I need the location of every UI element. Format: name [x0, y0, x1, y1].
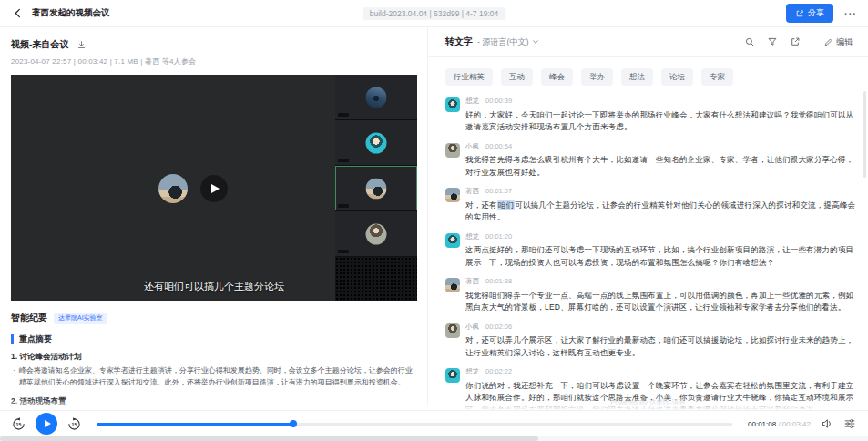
video-panel: 视频-来自会议 2023-04-07 22:57 | 00:03:42 | 7.… — [0, 27, 428, 410]
summary-item: 1. 讨论峰会活动计划 ·峰会将邀请知名企业家、专家学者进行主题演讲，分享行业心… — [11, 352, 416, 388]
scrollbar-thumb[interactable] — [863, 91, 866, 178]
download-icon — [77, 40, 87, 50]
participant-name-tag — [338, 159, 349, 162]
app-window: 著西发起的视频会议 build-2023.04.04 | 632d99 | 4-… — [0, 0, 868, 441]
speaker-avatar — [158, 174, 188, 203]
message-text: 对，还有咱们可以搞几个主题分论坛，让参会的行业精英针对他们关心的领域进行深入的探… — [465, 200, 857, 224]
ai-summary-section: 智能纪要 达摩院AI实验室 重点摘要 1. 讨论峰会活动计划 ·峰会将邀请知名企… — [11, 312, 416, 410]
volume-button[interactable] — [821, 417, 833, 430]
transcript-title: 转文字 — [445, 36, 473, 48]
keyword-chip[interactable]: 行业精英 — [445, 68, 493, 86]
horizontal-scrollbar-thumb[interactable] — [0, 436, 538, 441]
transcript-entry[interactable]: 小枫00:00:54 我觉得首先得考虑怎么吸引杭州有个大牛，比如邀请一些知名的企… — [445, 142, 857, 179]
timestamp: 00:02:06 — [485, 323, 512, 331]
playhead[interactable] — [290, 420, 297, 427]
speaker-name: 小枫 — [465, 142, 479, 151]
transcript-entry[interactable]: 著西00:01:38 我觉得咱们得弄一个专业一点、高端一点的线上氛围布置上，可以… — [445, 277, 857, 314]
play-button[interactable] — [36, 413, 57, 435]
playback-bar: 15 15 00:01:08 / 00:03:42 — [0, 410, 868, 436]
powered-by: Powered By 达摩院-语音 — [428, 398, 868, 407]
participant-avatar — [366, 132, 387, 153]
keyword-chip[interactable]: 峰会 — [541, 68, 573, 86]
forward-15-icon: 15 — [67, 417, 81, 431]
total-time: 00:03:42 — [782, 420, 811, 428]
message-text: 我觉得咱们得弄一个专业一点、高端一点的线上氛围布置上，可以用低调的颜色，再加上一… — [465, 290, 857, 314]
speaker-avatar — [445, 188, 460, 202]
section-title: 重点摘要 — [11, 334, 416, 344]
speaker-name: 小枫 — [465, 323, 479, 332]
download-button[interactable] — [76, 39, 87, 51]
video-title: 视频-来自会议 — [11, 38, 68, 51]
participant-avatar — [366, 87, 387, 108]
divider — [812, 36, 812, 47]
timestamp: 00:00:54 — [485, 142, 512, 150]
speaker-avatar — [445, 143, 460, 158]
summary-tag: 达摩院AI实验室 — [54, 313, 107, 324]
transcript-entry[interactable]: 想龙00:01:20 这两点挺好的，那咱们还可以考虑一下现场的互动环节，比如，搞… — [445, 232, 857, 270]
keyword-chip[interactable]: 论坛 — [661, 68, 693, 86]
transcript-entry[interactable]: 著西00:01:07 对，还有咱们可以搞几个主题分论坛，让参会的行业精英针对他们… — [445, 187, 857, 224]
speaker-name: 著西 — [465, 277, 479, 286]
keyword-chip[interactable]: 举办 — [581, 68, 613, 86]
share-button[interactable]: 分享 — [786, 4, 833, 23]
svg-text:15: 15 — [72, 421, 77, 426]
strip-filler — [335, 257, 417, 301]
back-button[interactable] — [11, 6, 25, 20]
play-overlay-button[interactable] — [200, 175, 228, 202]
participant-avatar — [366, 223, 387, 244]
keyword-chip[interactable]: 互动 — [501, 68, 533, 86]
share-icon — [795, 9, 804, 18]
page-title: 著西发起的视频会议 — [32, 7, 110, 19]
video-meta: 2023-04-07 22:57 | 00:03:42 | 7.1 MB | 著… — [11, 56, 416, 67]
play-icon — [211, 184, 220, 193]
rewind-15-button[interactable]: 15 — [12, 417, 26, 431]
participant-tile-active[interactable] — [335, 166, 417, 211]
participant-tile[interactable] — [335, 211, 417, 257]
participant-tile[interactable] — [335, 120, 417, 166]
main-video-feed — [11, 75, 335, 301]
speaker-name: 想龙 — [465, 367, 479, 376]
timestamp: 00:01:20 — [485, 232, 512, 241]
export-icon — [790, 36, 801, 47]
keyword-chip[interactable]: 专家 — [701, 68, 733, 86]
summary-title: 智能纪要 — [11, 312, 47, 324]
language-selector[interactable]: - 源语言(中文) — [477, 36, 539, 48]
chevron-left-icon — [13, 8, 23, 18]
transcript-list: 想龙00:00:39 好的，大家好，今天咱们一起讨论一下即将举办的那场行业峰会，… — [428, 89, 868, 410]
transcript-entry[interactable]: 小枫00:02:06 对，还可以弄几个展示区，让大家了解行业的最新动态，咱们还可… — [445, 323, 857, 360]
edit-label: 编辑 — [836, 36, 853, 48]
export-button[interactable] — [789, 36, 802, 48]
timestamp: 00:00:39 — [485, 97, 512, 105]
playback-settings-button[interactable] — [843, 417, 856, 430]
video-subtitle: 还有咱们可以搞几个主题分论坛 — [11, 280, 417, 293]
transcript-header: 转文字 - 源语言(中文) — [428, 27, 868, 57]
share-button-label: 分享 — [808, 7, 824, 19]
participant-tile[interactable] — [335, 75, 417, 120]
speaker-avatar — [445, 97, 460, 112]
participant-strip — [335, 75, 417, 301]
time-display: 00:01:08 / 00:03:42 — [748, 420, 811, 428]
search-button[interactable] — [743, 36, 756, 48]
keyword-chip[interactable]: 想法 — [621, 68, 653, 86]
play-icon — [45, 420, 51, 427]
search-icon — [744, 36, 755, 47]
rewind-15-icon: 15 — [12, 417, 26, 431]
edit-button[interactable]: 编辑 — [822, 36, 853, 49]
forward-15-button[interactable]: 15 — [67, 417, 81, 431]
bullet-dot: · — [13, 365, 15, 388]
progress-fill — [97, 423, 293, 426]
sliders-icon — [843, 417, 856, 430]
volume-icon — [821, 417, 833, 430]
chevron-down-icon — [532, 38, 539, 46]
seek-bar[interactable] — [97, 423, 732, 426]
transcript-panel: 转文字 - 源语言(中文) — [428, 27, 868, 410]
transcript-entry[interactable]: 想龙00:00:39 好的，大家好，今天咱们一起讨论一下即将举办的那场行业峰会，… — [445, 97, 857, 134]
svg-text:15: 15 — [16, 421, 22, 426]
more-button[interactable]: ··· — [844, 8, 857, 19]
summary-item-title: 2. 活动现场布置 — [11, 396, 416, 407]
filter-button[interactable] — [766, 36, 779, 48]
highlighted-word: 咱们 — [497, 200, 515, 210]
timestamp: 00:02:22 — [485, 367, 512, 375]
video-player[interactable]: 还有咱们可以搞几个主题分论坛 — [11, 75, 417, 301]
horizontal-scrollbar — [0, 436, 868, 441]
